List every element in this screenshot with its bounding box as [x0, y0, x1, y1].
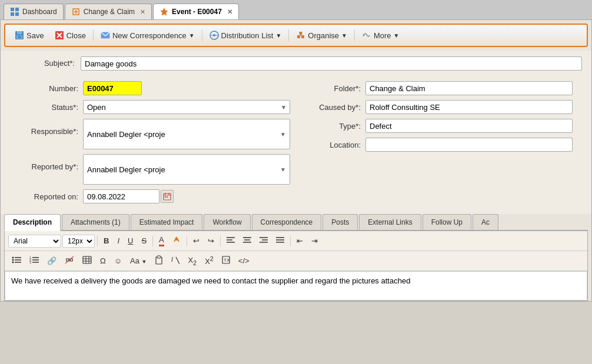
svg-rect-26	[165, 196, 166, 198]
responsible-row: Responsible*: Annabell Degler <proje ▼	[19, 119, 290, 149]
insert-button[interactable]: TX	[218, 254, 234, 268]
responsible-arrow: ▼	[280, 131, 286, 138]
save-icon	[15, 31, 24, 40]
editor-toolbar-row1: Arial 12px B I U S A	[5, 231, 587, 251]
caused-by-input[interactable]	[365, 100, 573, 114]
tab-change-claim-label: Change & Claim	[84, 8, 135, 16]
tab-description[interactable]: Description	[4, 214, 61, 231]
tab-event-label: Event - E00047	[172, 8, 222, 16]
number-input[interactable]	[83, 81, 142, 95]
table-icon	[82, 256, 92, 264]
align-left-icon	[227, 236, 235, 243]
ordered-list-button[interactable]: 1.2.3.	[26, 254, 42, 268]
tab-correspondence[interactable]: Correspondence	[252, 214, 322, 230]
font-format-button[interactable]: Aa ▼	[127, 255, 150, 267]
location-input[interactable]	[365, 138, 573, 152]
bold-button[interactable]: B	[100, 235, 112, 247]
unordered-list-button[interactable]	[8, 254, 25, 268]
paste-button[interactable]	[151, 253, 167, 268]
tab-dashboard-label: Dashboard	[22, 8, 57, 16]
tab-external-links[interactable]: External Links	[359, 214, 421, 230]
subscript-button[interactable]: X2	[184, 254, 200, 268]
font-family-select[interactable]: Arial	[8, 235, 61, 248]
italic-button[interactable]: I	[114, 235, 123, 247]
font-color-button[interactable]: A	[155, 233, 168, 248]
save-button[interactable]: Save	[10, 28, 49, 42]
reported-by-arrow: ▼	[280, 166, 286, 173]
tab-change-claim[interactable]: Change & Claim ✕	[65, 4, 152, 19]
type-input[interactable]	[365, 119, 573, 133]
svg-point-44	[12, 262, 14, 263]
form-left-col: Number: Status*: Open Closed In Progress	[19, 81, 290, 203]
svg-rect-27	[167, 196, 168, 198]
superscript-button[interactable]: X2	[201, 253, 217, 268]
highlight-button[interactable]	[169, 234, 184, 248]
indent-button[interactable]: ⇤	[293, 235, 307, 247]
tab-workflow[interactable]: Workflow	[204, 214, 250, 230]
date-input[interactable]	[83, 189, 159, 203]
strikethrough-button[interactable]: S	[138, 235, 150, 247]
more-arrow: ▼	[394, 32, 400, 39]
font-color-icon: A	[159, 235, 164, 244]
svg-rect-59	[157, 256, 161, 258]
type-label: Type*:	[302, 122, 361, 131]
close-button[interactable]: Close	[50, 28, 91, 42]
distribution-list-button[interactable]: Distribution List ▼	[205, 28, 287, 42]
justify-icon	[276, 236, 284, 243]
tab-follow-up[interactable]: Follow Up	[423, 214, 471, 230]
separator-1	[93, 29, 94, 41]
svg-marker-4	[161, 8, 168, 15]
align-right-button[interactable]	[256, 235, 271, 247]
tab-posts[interactable]: Posts	[322, 214, 358, 230]
unlink-button[interactable]	[61, 254, 78, 268]
ed-sep-3	[187, 236, 187, 246]
svg-rect-3	[15, 12, 19, 16]
form-right-col: Folder*: Caused by*: Type*:	[302, 81, 573, 203]
tab-ac[interactable]: Ac	[473, 214, 498, 230]
undo-button[interactable]: ↩	[189, 235, 203, 247]
tab-dashboard[interactable]: Dashboard	[4, 4, 64, 19]
status-select[interactable]: Open Closed In Progress	[83, 100, 290, 114]
content-tabs-section: Description Attachments (1) Estimated Im…	[4, 214, 588, 301]
new-correspondence-button[interactable]: New Correspondence ▼	[96, 28, 199, 42]
editor-content[interactable]: We have received a delivery the goods ar…	[5, 271, 587, 300]
clear-format-button[interactable]: I	[168, 254, 183, 268]
align-left-button[interactable]	[223, 235, 238, 247]
status-label: Status*:	[19, 103, 78, 112]
svg-line-61	[176, 257, 179, 264]
underline-button[interactable]: U	[124, 235, 137, 247]
ed-sep-2	[152, 236, 153, 246]
tab-change-claim-close[interactable]: ✕	[140, 8, 145, 16]
caused-by-row: Caused by*:	[302, 100, 573, 114]
font-size-select[interactable]: 12px	[62, 235, 95, 248]
outdent-button[interactable]: ⇥	[308, 235, 321, 247]
highlight-icon	[172, 236, 181, 244]
separator-4	[354, 29, 355, 41]
link-button[interactable]: 🔗	[44, 255, 60, 267]
status-select-wrapper: Open Closed In Progress ▼	[83, 100, 290, 114]
status-row: Status*: Open Closed In Progress ▼	[19, 100, 290, 114]
align-center-button[interactable]	[240, 235, 255, 247]
subject-input[interactable]	[81, 56, 582, 71]
distribution-list-label: Distribution List	[221, 31, 274, 40]
table-button[interactable]	[79, 254, 95, 268]
tab-event-close[interactable]: ✕	[227, 8, 232, 16]
tab-estimated-impact[interactable]: Estimated Impact	[131, 214, 203, 230]
calendar-button[interactable]	[161, 190, 174, 203]
more-icon	[362, 31, 371, 40]
code-button[interactable]: </>	[235, 255, 253, 267]
special-char-button[interactable]: Ω	[97, 255, 109, 267]
svg-text:3.: 3.	[29, 261, 32, 264]
tab-attachments[interactable]: Attachments (1)	[62, 214, 129, 230]
redo-button[interactable]: ↪	[204, 235, 218, 247]
svg-rect-53	[83, 256, 91, 263]
paste-icon	[155, 255, 163, 265]
svg-point-40	[12, 257, 14, 259]
folder-input[interactable]	[365, 81, 573, 95]
emoji-button[interactable]: ☺	[111, 255, 125, 267]
organise-button[interactable]: Organise ▼	[291, 28, 352, 42]
number-label: Number:	[19, 84, 78, 93]
justify-button[interactable]	[272, 235, 288, 247]
tab-event[interactable]: Event - E00047 ✕	[153, 4, 239, 19]
more-button[interactable]: More ▼	[357, 28, 404, 42]
